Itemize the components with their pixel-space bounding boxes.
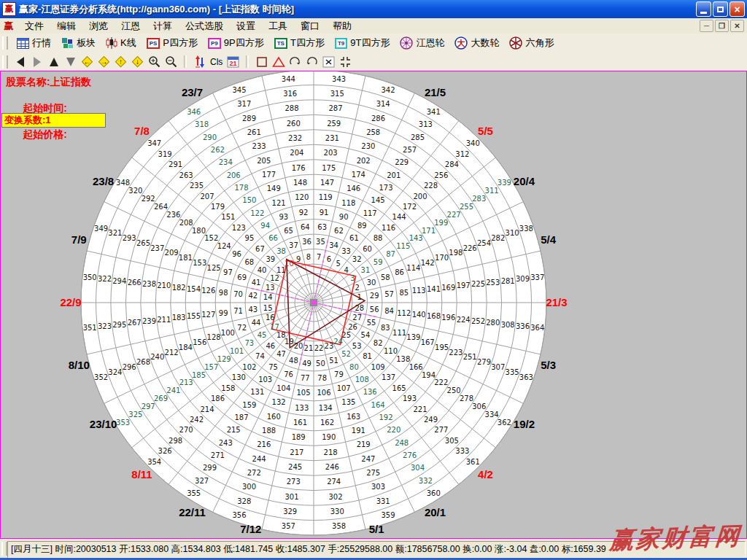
t9-badge-icon: T9 (335, 38, 347, 49)
menu-item-2[interactable]: 浏览 (82, 18, 115, 34)
svg-text:133: 133 (295, 404, 309, 412)
toolbar-button-label: 板块 (77, 36, 96, 50)
toolbar-button-T四方形[interactable]: TST四方形 (269, 35, 330, 51)
menu-item-7[interactable]: 工具 (262, 18, 294, 34)
transform-coefficient-field[interactable]: 变换系数:1 (1, 113, 106, 128)
stock-name-label: 股票名称:上证指数 (6, 76, 91, 88)
svg-text:333: 333 (455, 447, 469, 455)
toolbar-button-9T四方形[interactable]: T99T四方形 (330, 35, 395, 51)
svg-text:35: 35 (316, 238, 325, 246)
svg-text:121: 121 (272, 199, 286, 207)
date-label: 19/2 (514, 418, 535, 430)
zoom-in-button[interactable] (147, 55, 162, 69)
toolbar-button-大数轮[interactable]: 大大数轮 (449, 35, 504, 51)
menu-item-0[interactable]: 文件 (18, 18, 50, 34)
svg-text:12: 12 (270, 274, 279, 282)
restore-button[interactable] (713, 1, 728, 17)
nav-left-button[interactable] (12, 55, 28, 69)
title-bar[interactable]: 赢 赢家-江恩证券分析系统(http://gann360.com) - [上证指… (0, 0, 747, 18)
svg-text:40: 40 (258, 266, 267, 274)
svg-text:202: 202 (357, 157, 371, 165)
menu-item-9[interactable]: 帮助 (326, 18, 358, 34)
svg-text:235: 235 (190, 182, 204, 190)
svg-text:195: 195 (435, 343, 449, 351)
svg-text:239: 239 (142, 317, 156, 325)
svg-text:256: 256 (434, 171, 448, 179)
svg-text:248: 248 (395, 439, 409, 447)
svg-text:139: 139 (406, 333, 420, 341)
svg-text:349: 349 (94, 225, 108, 233)
diamond-up-button[interactable]: ↑ (113, 55, 128, 69)
menu-item-5[interactable]: 公式选股 (179, 18, 230, 34)
zoom-out-icon (165, 55, 177, 68)
menu-item-1[interactable]: 编辑 (50, 18, 82, 34)
nav-right-button[interactable] (29, 55, 44, 69)
toolbar-button-江恩轮[interactable]: 江恩轮 (395, 35, 449, 51)
menu-item-3[interactable]: 江恩 (115, 18, 147, 34)
menu-item-8[interactable]: 窗口 (294, 18, 326, 34)
svg-text:240: 240 (150, 353, 164, 361)
svg-text:114: 114 (406, 264, 420, 272)
mdi-minimize-button[interactable]: ─ (700, 20, 713, 32)
svg-text:199: 199 (434, 219, 448, 227)
date-label: 4/2 (478, 468, 493, 481)
status-bar: [四月十三] 时间:20030513 开:1533.080 高:1534.803… (0, 539, 747, 560)
toolbar-grip[interactable] (2, 36, 8, 50)
rotate-cw-button[interactable] (287, 55, 303, 69)
svg-text:189: 189 (292, 433, 306, 441)
square-outline-button[interactable] (254, 55, 269, 69)
svg-text:322: 322 (98, 275, 112, 283)
fit-button[interactable] (338, 55, 353, 69)
toolbar-button-行情[interactable]: 行情 (12, 35, 56, 51)
toolbar-button-板块[interactable]: 板块 (56, 35, 101, 51)
minimize-button[interactable] (696, 1, 711, 17)
svg-text:347: 347 (147, 139, 161, 147)
toolbar-button-K线[interactable]: K线 (101, 35, 142, 51)
svg-text:225: 225 (471, 280, 485, 288)
svg-text:153: 153 (193, 259, 206, 267)
mdi-restore-button[interactable]: ❐ (715, 20, 729, 32)
mdi-close-button[interactable]: ✕ (730, 20, 744, 32)
svg-text:147: 147 (320, 179, 334, 187)
svg-text:354: 354 (147, 458, 161, 466)
svg-text:98: 98 (219, 289, 228, 297)
zoom-out-button[interactable] (163, 55, 179, 69)
menu-item-4[interactable]: 计算 (147, 18, 179, 34)
svg-text:102: 102 (242, 363, 256, 371)
app-window: 赢 赢家-江恩证券分析系统(http://gann360.com) - [上证指… (0, 0, 747, 560)
diamond-right-button[interactable]: → (96, 55, 112, 69)
nav-up-button[interactable] (46, 55, 61, 69)
restore-icon (717, 7, 724, 12)
calendar-button[interactable]: 21 (225, 55, 241, 69)
gann-wheel-area[interactable]: 1234567891011121314151617181920212223242… (1, 71, 746, 538)
triangle-outline-button[interactable] (271, 55, 286, 69)
svg-text:142: 142 (421, 259, 435, 267)
toolbar-button-六角形[interactable]: 六角形 (504, 35, 559, 51)
toolbar2-grip[interactable] (2, 55, 8, 69)
sort-arrows-button[interactable] (192, 55, 207, 69)
svg-text:196: 196 (441, 314, 455, 322)
rotate-ccw-button[interactable] (304, 55, 320, 69)
diamond-left-button[interactable]: ← (80, 55, 95, 69)
cls-button[interactable]: Cls (209, 55, 224, 69)
nav-down-icon (65, 56, 77, 68)
svg-text:17: 17 (270, 323, 279, 331)
svg-text:218: 218 (324, 448, 338, 456)
toolbar-button-9P四方形[interactable]: P99P四方形 (203, 35, 269, 51)
svg-text:351: 351 (83, 324, 97, 332)
svg-text:2: 2 (355, 284, 360, 292)
svg-text:168: 168 (427, 312, 441, 320)
close-button[interactable]: × (729, 1, 745, 17)
svg-text:76: 76 (284, 370, 293, 378)
toolbar-button-P四方形[interactable]: PSP四方形 (142, 35, 203, 51)
menu-item-6[interactable]: 设置 (230, 18, 262, 34)
svg-text:75: 75 (268, 363, 278, 371)
start-price-label: 起始价格: (23, 128, 67, 140)
close-box-button[interactable] (321, 55, 336, 69)
diamond-down-button[interactable]: ↓ (130, 55, 145, 69)
nav-down-button[interactable] (63, 55, 78, 69)
toolbar-button-label: K线 (120, 36, 136, 50)
svg-text:124: 124 (217, 242, 231, 250)
svg-text:172: 172 (403, 203, 417, 211)
svg-text:299: 299 (203, 464, 217, 472)
